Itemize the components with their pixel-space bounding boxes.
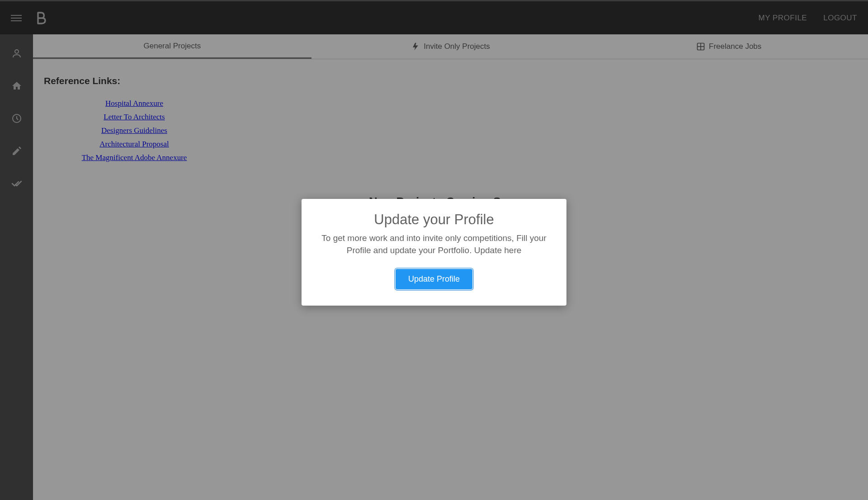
update-profile-modal: Update your Profile To get more work and… <box>302 199 566 306</box>
modal-overlay[interactable]: Update your Profile To get more work and… <box>0 0 868 500</box>
modal-body-text: To get more work and into invite only co… <box>314 232 554 256</box>
modal-title: Update your Profile <box>314 212 554 228</box>
update-profile-button[interactable]: Update Profile <box>396 269 472 289</box>
